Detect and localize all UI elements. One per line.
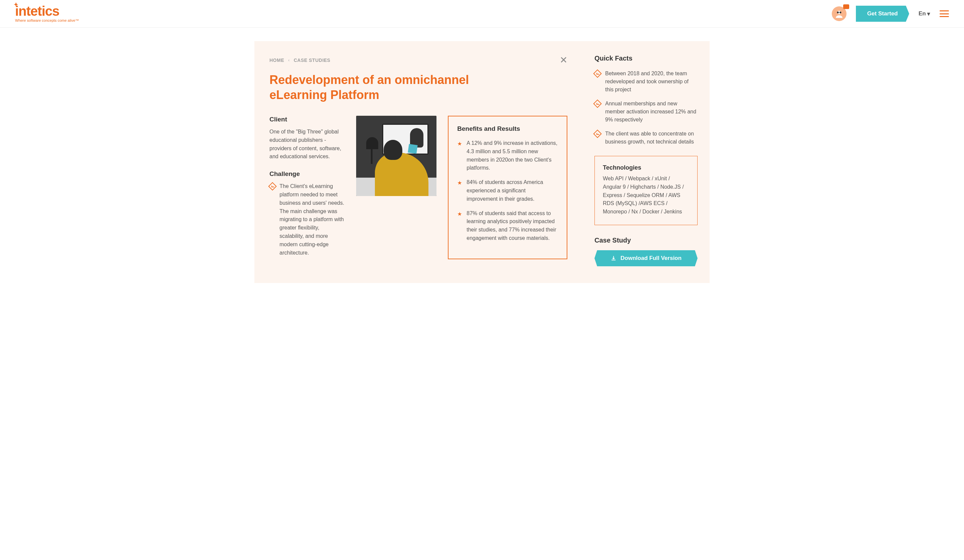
breadcrumb-home[interactable]: HOME xyxy=(269,58,284,63)
diamond-check-icon xyxy=(268,182,277,190)
site-header: ✦intetics Where software concepts come a… xyxy=(0,0,964,28)
logo[interactable]: ✦intetics Where software concepts come a… xyxy=(15,5,79,23)
chevron-left-icon: ‹ xyxy=(288,58,290,63)
diamond-check-icon xyxy=(593,130,601,138)
get-started-button[interactable]: Get Started xyxy=(856,6,909,22)
quick-fact-item: The client was able to concentrate on bu… xyxy=(594,130,698,146)
star-bullet-icon: ★ xyxy=(457,210,462,242)
download-label: Download Full Version xyxy=(620,255,682,261)
client-body: One of the "Big Three" global educationa… xyxy=(269,128,345,161)
sidebar: Quick Facts Between 2018 and 2020, the t… xyxy=(582,41,710,283)
benefits-box: Benefits and Results ★A 12% and 9% incre… xyxy=(448,116,567,259)
star-bullet-icon: ★ xyxy=(457,179,462,203)
language-selector[interactable]: En ▾ xyxy=(918,10,930,18)
diamond-check-icon xyxy=(593,69,601,78)
page-card: HOME ‹ CASE STUDIES ✕ Redevelopment of a… xyxy=(254,41,710,283)
benefit-item: ★A 12% and 9% increase in activations, 4… xyxy=(457,139,558,172)
download-icon xyxy=(611,255,617,261)
quick-fact-item: Between 2018 and 2020, the team redevelo… xyxy=(594,70,698,94)
menu-button[interactable] xyxy=(940,10,949,17)
breadcrumb-section[interactable]: CASE STUDIES xyxy=(294,58,331,63)
support-avatar-icon[interactable] xyxy=(832,6,847,21)
benefits-heading: Benefits and Results xyxy=(457,125,558,133)
technologies-body: Web API / Webpack / xUnit / Angular 9 / … xyxy=(603,175,689,216)
benefit-item: ★84% of students across America experien… xyxy=(457,178,558,203)
logo-tagline: Where software concepts come alive™ xyxy=(15,18,79,23)
language-label: En xyxy=(918,10,926,17)
technologies-heading: Technologies xyxy=(603,164,689,171)
challenge-heading: Challenge xyxy=(269,170,345,178)
quick-facts-heading: Quick Facts xyxy=(594,55,698,62)
page-title: Redevelopment of an omnichannel eLearnin… xyxy=(269,72,510,102)
case-study-heading: Case Study xyxy=(594,237,698,244)
technologies-box: Technologies Web API / Webpack / xUnit /… xyxy=(594,156,698,225)
star-icon: ✦ xyxy=(14,2,18,7)
benefit-item: ★87% of students said that access to lea… xyxy=(457,209,558,242)
quick-fact-item: Annual memberships and new member activa… xyxy=(594,100,698,124)
case-study-image xyxy=(356,116,436,196)
svg-point-2 xyxy=(839,12,842,14)
logo-text: intetics xyxy=(15,4,59,18)
main-content: HOME ‹ CASE STUDIES ✕ Redevelopment of a… xyxy=(254,41,582,283)
header-actions: Get Started En ▾ xyxy=(832,6,949,22)
chevron-down-icon: ▾ xyxy=(927,10,930,18)
challenge-body: The Client's eLearning platform needed t… xyxy=(280,182,345,257)
diamond-check-icon xyxy=(593,99,601,108)
svg-point-1 xyxy=(837,12,839,14)
breadcrumb: HOME ‹ CASE STUDIES xyxy=(269,58,331,63)
close-icon[interactable]: ✕ xyxy=(560,55,567,66)
client-heading: Client xyxy=(269,116,345,123)
download-button[interactable]: Download Full Version xyxy=(594,250,698,266)
star-bullet-icon: ★ xyxy=(457,140,462,172)
